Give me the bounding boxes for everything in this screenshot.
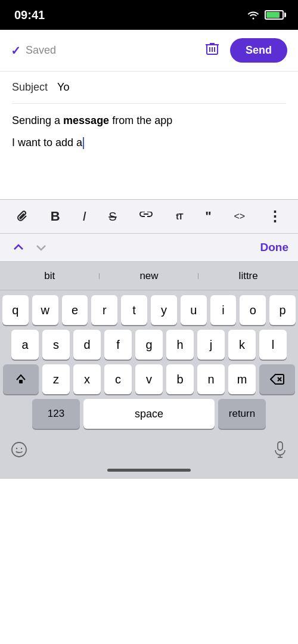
nav-up-button[interactable]	[10, 239, 27, 256]
subject-label: Subject	[12, 81, 48, 94]
key-a[interactable]: a	[11, 330, 39, 360]
send-button[interactable]: Send	[230, 38, 287, 63]
keyboard-row-2: a s d f g h j k l	[2, 330, 296, 360]
chevron-down-icon	[36, 243, 46, 252]
mic-button[interactable]	[273, 441, 287, 463]
quote-button[interactable]: "	[200, 206, 216, 227]
key-d[interactable]: d	[73, 330, 101, 360]
delete-button[interactable]	[203, 39, 222, 63]
key-l[interactable]: l	[259, 330, 287, 360]
wifi-icon	[247, 10, 260, 20]
autocomplete-item-1[interactable]: bit	[0, 270, 100, 282]
nav-down-button[interactable]	[32, 239, 50, 256]
format-toolbar: B I S tT " <> ⋮	[0, 199, 298, 234]
trash-icon	[205, 41, 219, 57]
key-v[interactable]: v	[135, 364, 163, 394]
bottom-bar	[0, 437, 298, 464]
saved-area[interactable]: ✓ Saved	[11, 44, 56, 58]
bold-button[interactable]: B	[46, 206, 65, 227]
link-icon	[139, 212, 153, 221]
nav-arrows	[10, 239, 50, 256]
subject-row: Subject Yo	[12, 72, 286, 104]
svg-point-9	[12, 442, 26, 457]
keyboard-row-4: 123 space return	[2, 399, 296, 429]
numbers-button[interactable]: 123	[32, 399, 80, 429]
status-icons	[247, 10, 286, 20]
autocomplete-bar: bit new littre	[0, 262, 298, 290]
chevron-down-icon[interactable]: ✓	[11, 44, 21, 58]
more-button[interactable]: ⋮	[263, 206, 287, 227]
key-g[interactable]: g	[135, 330, 163, 360]
top-bar: ✓ Saved Send	[0, 30, 298, 72]
autocomplete-item-3[interactable]: littre	[198, 270, 298, 282]
key-n[interactable]: n	[197, 364, 225, 394]
home-indicator	[0, 464, 298, 479]
key-y[interactable]: y	[151, 295, 177, 325]
link-button[interactable]	[134, 209, 158, 224]
key-c[interactable]: c	[104, 364, 132, 394]
key-r[interactable]: r	[91, 295, 117, 325]
battery-icon	[265, 10, 286, 20]
body-suffix: from the app	[109, 114, 172, 126]
italic-button[interactable]: I	[77, 206, 91, 227]
key-w[interactable]: w	[32, 295, 58, 325]
body-bold: message	[63, 114, 109, 126]
status-bar: 09:41	[0, 0, 298, 30]
chevron-up-icon	[13, 243, 24, 252]
key-t[interactable]: t	[121, 295, 147, 325]
saved-label: Saved	[26, 44, 56, 57]
autocomplete-item-2[interactable]: new	[100, 270, 199, 282]
attach-button[interactable]	[11, 207, 33, 226]
emoji-icon	[11, 441, 27, 458]
body-line2-text: I want to add a	[12, 137, 82, 149]
svg-point-10	[16, 448, 17, 449]
body-line1: Sending a message from the app	[12, 113, 286, 128]
backspace-icon	[270, 374, 284, 385]
key-z[interactable]: z	[42, 364, 70, 394]
nav-toolbar: Done	[0, 234, 298, 262]
delete-key-button[interactable]	[259, 364, 295, 394]
compose-area: Subject Yo Sending a message from the ap…	[0, 72, 298, 199]
text-cursor	[83, 137, 84, 149]
done-button[interactable]: Done	[260, 241, 289, 254]
key-b[interactable]: b	[166, 364, 194, 394]
shift-button[interactable]	[3, 364, 39, 394]
code-button[interactable]: <>	[229, 209, 250, 224]
status-time: 09:41	[14, 8, 45, 22]
top-actions: Send	[203, 38, 287, 63]
body-line2: I want to add a	[12, 137, 286, 149]
key-o[interactable]: o	[240, 295, 266, 325]
key-x[interactable]: x	[73, 364, 101, 394]
home-bar	[107, 469, 191, 472]
emoji-button[interactable]	[11, 441, 27, 462]
keyboard: q w e r t y u i o p a s d f g h j k l z …	[0, 290, 298, 437]
key-m[interactable]: m	[228, 364, 256, 394]
svg-point-11	[21, 448, 22, 449]
key-s[interactable]: s	[42, 330, 70, 360]
key-j[interactable]: j	[197, 330, 225, 360]
key-q[interactable]: q	[2, 295, 29, 325]
microphone-icon	[273, 441, 287, 459]
key-f[interactable]: f	[104, 330, 132, 360]
shift-icon	[15, 373, 27, 385]
space-button[interactable]: space	[83, 399, 215, 429]
text-size-button[interactable]: tT	[171, 209, 187, 224]
svg-rect-12	[278, 442, 283, 450]
keyboard-row-3: z x c v b n m	[2, 364, 296, 394]
key-u[interactable]: u	[181, 295, 207, 325]
key-i[interactable]: i	[210, 295, 237, 325]
strikethrough-button[interactable]: S	[104, 208, 121, 226]
body-area[interactable]: Sending a message from the app I want to…	[12, 104, 286, 199]
key-e[interactable]: e	[62, 295, 88, 325]
body-prefix: Sending a	[12, 114, 63, 126]
keyboard-row-1: q w e r t y u i o p	[2, 295, 296, 325]
subject-value[interactable]: Yo	[57, 81, 69, 94]
paperclip-icon	[16, 209, 28, 224]
svg-rect-6	[19, 380, 23, 383]
key-h[interactable]: h	[166, 330, 194, 360]
key-k[interactable]: k	[228, 330, 256, 360]
key-p[interactable]: p	[269, 295, 296, 325]
return-button[interactable]: return	[218, 399, 266, 429]
